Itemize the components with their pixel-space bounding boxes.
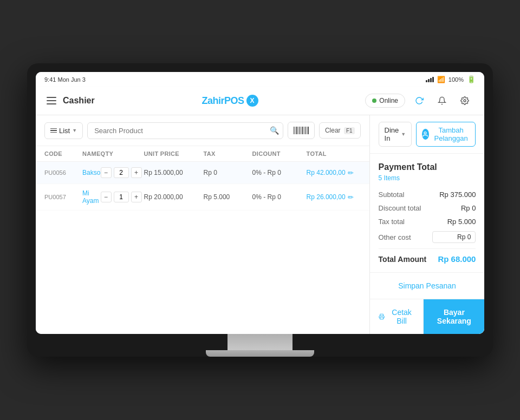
search-icon: 🔍 [270, 126, 279, 135]
qty-increase-button[interactable]: + [131, 192, 142, 202]
row-tax: Rp 0 [204, 169, 252, 176]
tambah-pelanggan-button[interactable]: Tambah Pelanggan [416, 122, 476, 147]
wifi-icon: 📶 [437, 76, 445, 83]
discount-label: Discount total [379, 204, 421, 212]
brand-logo: ZahirPOS X [202, 95, 258, 107]
svg-rect-9 [305, 127, 306, 134]
monitor-stand [36, 334, 484, 357]
col-unit-price: UNIT PRICE [144, 150, 204, 157]
discount-value: Rp 0 [461, 204, 476, 212]
battery-icon: 🔋 [467, 75, 476, 83]
payment-section: Payment Total 5 Items Subtotal Rp 375.00… [370, 154, 484, 272]
stand-neck [227, 334, 292, 350]
qty-control: − + [101, 192, 144, 202]
total-amount-value: Rp 68.000 [438, 254, 476, 264]
time-display: 9:41 Mon Jun 3 [44, 76, 86, 83]
svg-rect-7 [302, 127, 303, 134]
svg-rect-8 [304, 127, 304, 134]
clear-button[interactable]: Clear F1 [319, 122, 361, 139]
svg-rect-1 [294, 127, 294, 134]
cetak-bill-button[interactable]: Cetak Bill [370, 299, 424, 334]
row-tax: Rp 5.000 [204, 193, 252, 201]
qty-input[interactable] [114, 167, 129, 178]
barcode-icon [294, 126, 309, 135]
online-label: Online [379, 97, 398, 104]
edit-icon[interactable]: ✏ [348, 193, 354, 201]
discount-row: Discount total Rp 0 [379, 204, 476, 212]
svg-point-0 [464, 100, 466, 102]
barcode-button[interactable] [288, 122, 315, 139]
qty-decrease-button[interactable]: − [101, 167, 112, 178]
other-cost-input[interactable] [432, 231, 476, 243]
svg-rect-13 [380, 317, 383, 319]
total-row: Total Amount Rp 68.000 [379, 254, 476, 264]
col-tax: TAX [204, 150, 252, 157]
clear-label: Clear [325, 127, 341, 134]
right-top-bar: Dine In ▼ Tambah Pelanggan [370, 115, 484, 154]
list-label: List [59, 127, 70, 135]
cetak-label: Cetak Bill [389, 308, 415, 325]
simpan-pesanan-button[interactable]: Simpan Pesanan [370, 273, 484, 299]
search-wrap: 🔍 [87, 122, 283, 139]
bell-button[interactable] [433, 92, 451, 109]
other-cost-row: Other cost [379, 231, 476, 243]
settings-button[interactable] [456, 92, 473, 109]
svg-rect-6 [301, 127, 301, 134]
edit-icon[interactable]: ✏ [348, 169, 354, 177]
svg-rect-4 [298, 127, 298, 134]
search-input[interactable] [87, 122, 283, 139]
row-name: Mi Ayam [82, 189, 101, 205]
table-row: PU0056 Bakso − + Rp 15.000,00 Rp 0 0% - … [36, 162, 369, 184]
dine-in-label: Dine In [385, 126, 399, 142]
col-code: CODE [44, 150, 82, 157]
col-name: NAME [82, 150, 101, 157]
hamburger-menu[interactable] [47, 97, 56, 104]
left-panel: List ▼ 🔍 [36, 115, 370, 334]
qty-control: − + [101, 167, 144, 178]
subtotal-label: Subtotal [379, 191, 405, 199]
dine-in-dropdown-icon: ▼ [401, 132, 406, 137]
refresh-button[interactable] [411, 92, 428, 109]
main-layout: List ▼ 🔍 [36, 115, 484, 334]
payment-divider [379, 248, 476, 249]
svg-rect-3 [296, 127, 297, 134]
status-icons: 📶 100% 🔋 [426, 75, 476, 83]
row-discount: 0% - Rp 0 [252, 169, 307, 176]
product-table: CODE NAME QTY UNIT PRICE TAX DICOUNT TOT… [36, 146, 369, 334]
row-total: Rp 42.000,00 [307, 169, 346, 176]
search-bar: List ▼ 🔍 [36, 115, 369, 146]
action-row: Cetak Bill Bayar Sekarang [370, 299, 484, 334]
qty-input[interactable] [114, 192, 129, 202]
row-discount: 0% - Rp 0 [252, 193, 307, 201]
dine-in-select[interactable]: Dine In ▼ [379, 122, 412, 147]
other-cost-label: Other cost [379, 233, 411, 241]
tax-row: Tax total Rp 5.000 [379, 218, 476, 226]
payment-title: Payment Total [379, 162, 476, 172]
signal-icon [426, 77, 434, 82]
col-qty: QTY [101, 150, 144, 157]
list-icon [50, 128, 57, 133]
stand-base [206, 350, 314, 357]
page-title: Cashier [63, 96, 95, 106]
col-total: TOTAL [307, 150, 361, 157]
clear-shortcut: F1 [344, 127, 355, 134]
qty-decrease-button[interactable]: − [101, 192, 112, 202]
svg-rect-10 [307, 127, 307, 134]
table-header: CODE NAME QTY UNIT PRICE TAX DICOUNT TOT… [36, 146, 369, 162]
table-row: PU0057 Mi Ayam − + Rp 20.000,00 Rp 5.000… [36, 184, 369, 211]
list-button[interactable]: List ▼ [44, 122, 83, 139]
svg-rect-2 [295, 127, 296, 134]
qty-increase-button[interactable]: + [131, 167, 142, 178]
bottom-actions: Simpan Pesanan Cetak Bill Bayar Sekarang [370, 272, 484, 334]
subtotal-row: Subtotal Rp 375.000 [379, 191, 476, 199]
row-name: Bakso [82, 169, 101, 176]
svg-point-12 [424, 132, 426, 134]
bayar-sekarang-button[interactable]: Bayar Sekarang [424, 299, 484, 334]
online-status: Online [365, 94, 405, 108]
brand-text: ZahirPOS [202, 95, 244, 107]
tax-value: Rp 5.000 [447, 218, 476, 226]
row-total: Rp 26.000,00 [307, 193, 346, 201]
col-discount: DICOUNT [252, 150, 307, 157]
total-amount-label: Total Amount [379, 255, 427, 264]
tax-label: Tax total [379, 218, 405, 226]
